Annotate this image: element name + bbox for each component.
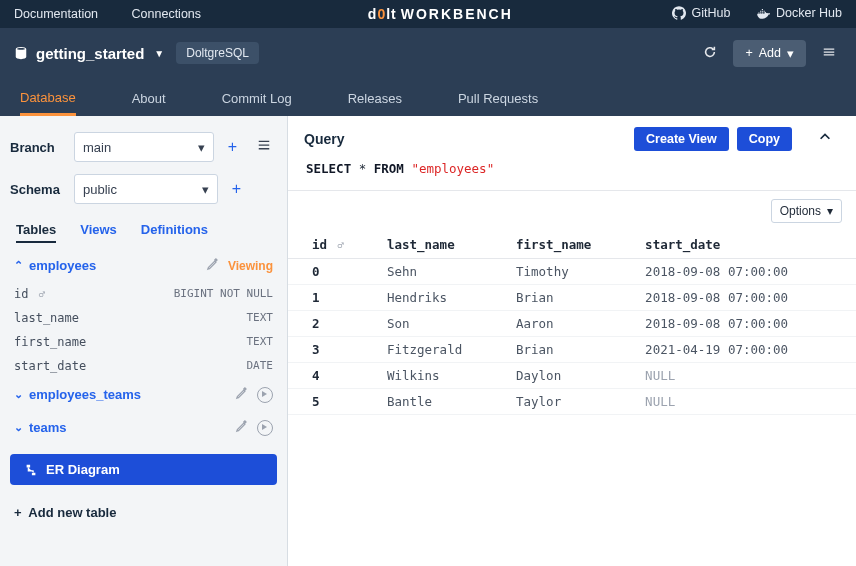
tab-about[interactable]: About: [132, 91, 166, 116]
top-nav: Documentation Connections d0ltWORKBENCH …: [0, 0, 856, 28]
column-list: id ♂BIGINT NOT NULL last_nameTEXT first_…: [8, 282, 279, 378]
table-row[interactable]: 3FitzgeraldBrian2021-04-19 07:00:00: [288, 337, 856, 363]
create-view-button[interactable]: Create View: [634, 127, 729, 151]
key-icon: ♂: [39, 289, 45, 300]
subtab-views[interactable]: Views: [80, 222, 117, 243]
hamburger-icon: [822, 45, 836, 59]
col-header-start-date[interactable]: start_date: [635, 231, 856, 259]
sidebar: Branch main ▾ + Schema public ▾ + Tables…: [0, 116, 288, 566]
sql-text: SELECT * FROM "employees": [288, 157, 856, 191]
caret-down-icon: ▾: [787, 46, 794, 61]
nav-documentation[interactable]: Documentation: [14, 7, 98, 21]
table-row[interactable]: 2SonAaron2018-09-08 07:00:00: [288, 311, 856, 337]
subtab-definitions[interactable]: Definitions: [141, 222, 208, 243]
nav-github[interactable]: GitHub: [672, 6, 731, 20]
add-new-table-button[interactable]: + Add new table: [8, 495, 279, 530]
docker-icon: [756, 6, 770, 20]
column-row: start_dateDATE: [8, 354, 279, 378]
refresh-button[interactable]: [697, 39, 723, 68]
branch-menu-button[interactable]: [251, 134, 277, 160]
results-table: id ♂ last_name first_name start_date 0Se…: [288, 231, 856, 415]
chevron-down-icon: ⌄: [14, 388, 23, 401]
plus-icon: +: [14, 505, 22, 520]
edit-table-button[interactable]: [235, 419, 249, 436]
database-icon: [14, 46, 28, 60]
tab-pull-requests[interactable]: Pull Requests: [458, 91, 538, 116]
schema-select[interactable]: public ▾: [74, 174, 218, 204]
edit-table-button[interactable]: [235, 386, 249, 403]
content-area: Query Create View Copy SELECT * FROM "em…: [288, 116, 856, 566]
list-icon: [257, 138, 271, 152]
chevron-down-icon: ⌄: [14, 421, 23, 434]
refresh-icon: [703, 45, 717, 59]
edit-table-button[interactable]: [206, 257, 220, 274]
key-icon: ♂: [338, 240, 344, 251]
table-item-teams[interactable]: ⌄ teams: [8, 411, 279, 444]
table-item-employees[interactable]: ⌃ employees Viewing: [8, 249, 279, 282]
table-row[interactable]: 5BantleTaylorNULL: [288, 389, 856, 415]
branch-label: Branch: [10, 140, 66, 155]
options-button[interactable]: Options ▾: [771, 199, 842, 223]
tab-database[interactable]: Database: [20, 90, 76, 116]
db-header: getting_started ▼ DoltgreSQL + Add ▾: [0, 28, 856, 78]
run-table-button[interactable]: [257, 420, 273, 436]
col-header-last-name[interactable]: last_name: [377, 231, 506, 259]
tab-releases[interactable]: Releases: [348, 91, 402, 116]
table-row[interactable]: 1HendriksBrian2018-09-08 07:00:00: [288, 285, 856, 311]
add-button[interactable]: + Add ▾: [733, 40, 806, 67]
github-icon: [672, 6, 686, 20]
nav-connections[interactable]: Connections: [132, 7, 202, 21]
branch-select[interactable]: main ▾: [74, 132, 214, 162]
er-diagram-button[interactable]: ER Diagram: [10, 454, 277, 485]
schema-label: Schema: [10, 182, 66, 197]
col-header-first-name[interactable]: first_name: [506, 231, 635, 259]
diagram-icon: [24, 463, 38, 477]
subtab-tables[interactable]: Tables: [16, 222, 56, 243]
column-row: first_nameTEXT: [8, 330, 279, 354]
plus-icon: +: [745, 46, 752, 60]
new-schema-button[interactable]: +: [226, 176, 247, 202]
nav-dockerhub[interactable]: Docker Hub: [756, 6, 842, 20]
db-selector[interactable]: getting_started ▼: [14, 45, 164, 62]
caret-down-icon: ▾: [827, 204, 833, 218]
chevron-up-icon: ⌃: [14, 259, 23, 272]
table-item-employees-teams[interactable]: ⌄ employees_teams: [8, 378, 279, 411]
new-branch-button[interactable]: +: [222, 134, 243, 160]
caret-down-icon: ▾: [202, 182, 209, 197]
collapse-query-button[interactable]: [810, 126, 840, 151]
run-table-button[interactable]: [257, 387, 273, 403]
menu-button[interactable]: [816, 39, 842, 68]
tab-commit-log[interactable]: Commit Log: [222, 91, 292, 116]
viewing-badge: Viewing: [228, 259, 273, 273]
query-title: Query: [304, 131, 344, 147]
copy-button[interactable]: Copy: [737, 127, 792, 151]
app-logo: d0ltWORKBENCH: [231, 6, 650, 22]
column-row: id ♂BIGINT NOT NULL: [8, 282, 279, 306]
caret-down-icon: ▼: [154, 48, 164, 59]
col-header-id[interactable]: id ♂: [288, 231, 377, 259]
main-tabs: Database About Commit Log Releases Pull …: [0, 78, 856, 116]
table-header-row: id ♂ last_name first_name start_date: [288, 231, 856, 259]
table-row[interactable]: 4WilkinsDaylonNULL: [288, 363, 856, 389]
sidebar-subtabs: Tables Views Definitions: [8, 210, 279, 249]
table-row[interactable]: 0SehnTimothy2018-09-08 07:00:00: [288, 259, 856, 285]
chevron-up-icon: [818, 130, 832, 144]
caret-down-icon: ▾: [198, 140, 205, 155]
column-row: last_nameTEXT: [8, 306, 279, 330]
engine-pill: DoltgreSQL: [176, 42, 259, 64]
